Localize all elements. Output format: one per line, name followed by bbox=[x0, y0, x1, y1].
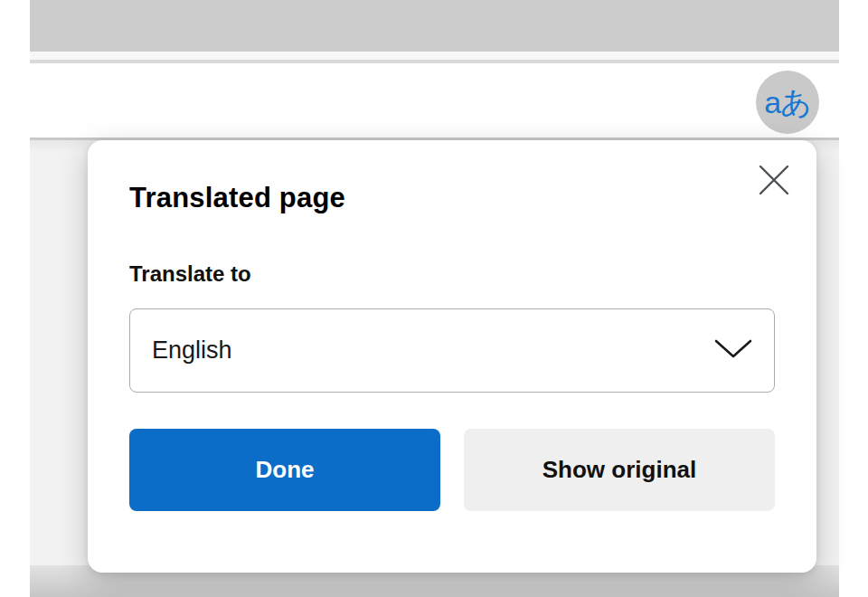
translate-icon[interactable]: aあ bbox=[756, 71, 819, 134]
translate-to-label: Translate to bbox=[129, 261, 775, 287]
language-select[interactable]: English bbox=[129, 308, 775, 393]
dialog-title: Translated page bbox=[129, 182, 775, 214]
page-header-area: aあ bbox=[30, 63, 839, 137]
done-button[interactable]: Done bbox=[129, 429, 440, 511]
browser-chrome-bar bbox=[30, 0, 839, 52]
language-select-value: English bbox=[152, 336, 714, 365]
translated-page-dialog: Translated page Translate to English Don… bbox=[88, 140, 816, 573]
browser-toolbar-strip bbox=[30, 52, 839, 63]
show-original-button[interactable]: Show original bbox=[464, 429, 775, 511]
chevron-down-icon bbox=[714, 339, 752, 363]
close-button[interactable] bbox=[756, 162, 792, 198]
dialog-button-row: Done Show original bbox=[129, 429, 775, 511]
close-icon bbox=[758, 164, 790, 196]
